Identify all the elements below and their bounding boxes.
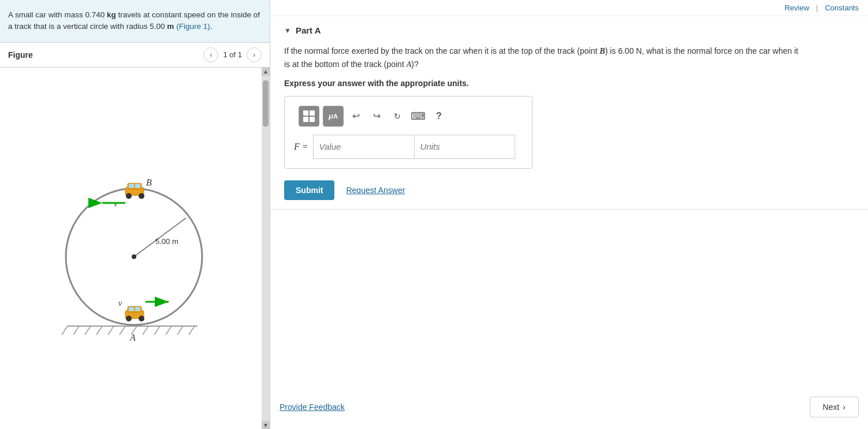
part-a-header: ▼ Part A (284, 25, 859, 35)
next-button[interactable]: Next › (810, 397, 859, 417)
figure-scrollbar[interactable]: ▲ ▼ (262, 68, 270, 430)
constants-link[interactable]: Constants (825, 3, 859, 12)
top-links: Review | Constants (270, 0, 868, 16)
svg-text:v: v (118, 299, 122, 308)
figure-canvas: B v (0, 68, 262, 430)
scroll-up-arrow[interactable]: ▲ (262, 68, 270, 76)
svg-line-9 (154, 326, 160, 335)
svg-text:A: A (129, 332, 136, 341)
figure-count: 1 of 1 (223, 50, 242, 59)
figure-nav: ‹ 1 of 1 › (203, 47, 262, 62)
svg-line-12 (189, 326, 195, 335)
figure-header: Figure ‹ 1 of 1 › (0, 43, 270, 68)
scroll-down-arrow[interactable]: ▼ (262, 421, 270, 429)
problem-text-content: A small car with mass 0.740 kg travels a… (8, 10, 260, 31)
mu-a-button[interactable]: μA (323, 106, 344, 127)
grid-icon-button[interactable] (299, 106, 319, 127)
value-input[interactable] (313, 135, 414, 159)
express-instruction: Express your answer with the appropriate… (284, 79, 859, 88)
question-text: If the normal force exerted by the track… (284, 45, 804, 72)
submit-button[interactable]: Submit (284, 180, 334, 200)
refresh-button[interactable]: ↻ (389, 108, 406, 125)
feedback-link[interactable]: Provide Feedback (280, 402, 345, 412)
help-button[interactable]: ? (430, 108, 448, 125)
figure-title: Figure (8, 50, 33, 60)
answer-input-row: F = (294, 135, 523, 159)
answer-button-row: Submit Request Answer (284, 180, 859, 200)
figure-svg: B v (33, 156, 229, 341)
svg-line-11 (177, 326, 183, 335)
svg-line-2 (73, 326, 79, 335)
svg-point-18 (139, 193, 144, 199)
right-panel: Review | Constants ▼ Part A If the norma… (270, 0, 868, 429)
link-separator: | (816, 3, 818, 12)
svg-line-4 (96, 326, 102, 335)
units-input[interactable] (414, 135, 515, 159)
next-chevron-icon: › (843, 402, 845, 412)
svg-text:B: B (146, 177, 152, 187)
part-a-label: Part A (296, 25, 321, 35)
collapse-arrow-icon[interactable]: ▼ (284, 27, 291, 35)
figure-link[interactable]: (Figure 1) (176, 22, 210, 31)
f-label: F = (294, 142, 308, 152)
svg-point-29 (126, 316, 132, 321)
keyboard-button[interactable]: ⌨ (409, 108, 427, 125)
svg-line-8 (143, 326, 148, 335)
undo-button[interactable]: ↩ (347, 108, 364, 125)
svg-line-1 (62, 326, 68, 335)
svg-rect-19 (129, 184, 134, 188)
figure-area: B v (0, 68, 270, 430)
next-label: Next (823, 402, 840, 412)
answer-toolbar: μA ↩ ↪ ↻ ⌨ ? (294, 106, 523, 127)
svg-line-10 (166, 326, 172, 335)
problem-statement: A small car with mass 0.740 kg travels a… (0, 0, 270, 43)
left-panel: A small car with mass 0.740 kg travels a… (0, 0, 270, 429)
part-a-section: ▼ Part A If the normal force exerted by … (270, 16, 868, 210)
svg-line-3 (85, 326, 91, 335)
svg-point-17 (126, 193, 132, 199)
review-link[interactable]: Review (784, 3, 809, 12)
figure-next-button[interactable]: › (247, 47, 262, 62)
request-answer-button[interactable]: Request Answer (346, 186, 405, 195)
svg-text:5.00 m: 5.00 m (155, 237, 178, 246)
svg-point-30 (139, 316, 144, 321)
svg-point-24 (132, 254, 136, 259)
svg-line-5 (108, 326, 114, 335)
svg-line-6 (120, 326, 125, 335)
svg-rect-32 (135, 307, 140, 311)
svg-rect-20 (135, 184, 140, 188)
figure-prev-button[interactable]: ‹ (203, 47, 218, 62)
answer-box: μA ↩ ↪ ↻ ⌨ ? F = (284, 96, 532, 169)
grid-icon (303, 110, 315, 122)
svg-rect-31 (129, 307, 134, 311)
scroll-thumb[interactable] (263, 80, 269, 127)
redo-button[interactable]: ↪ (368, 108, 385, 125)
bottom-row: Provide Feedback Next › (270, 385, 868, 429)
